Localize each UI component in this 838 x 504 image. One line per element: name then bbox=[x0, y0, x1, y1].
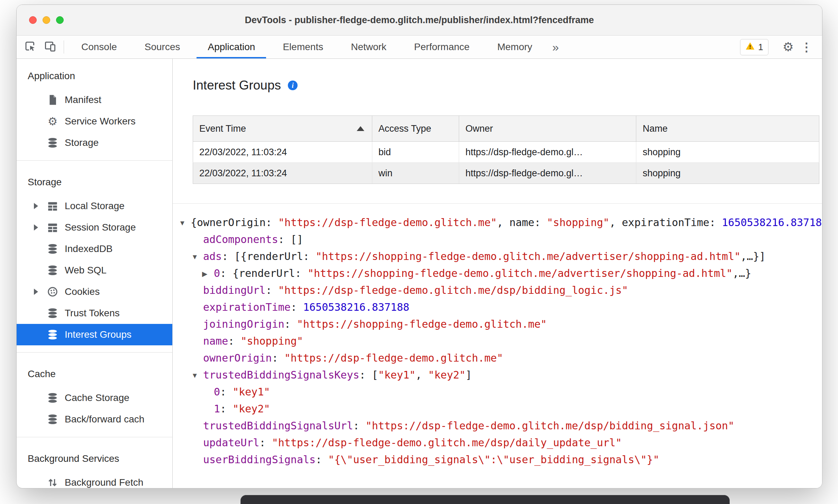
tree-line[interactable]: ▼{ownerOrigin: "https://dsp-fledge-demo.… bbox=[173, 214, 822, 231]
sidebar-section-header: Background Services bbox=[17, 444, 172, 472]
inspect-element-button[interactable] bbox=[20, 36, 40, 58]
close-button[interactable] bbox=[29, 16, 37, 24]
window-title: DevTools - publisher-fledge-demo.glitch.… bbox=[17, 15, 822, 26]
table-cell: https://dsp-fledge-demo.gl… bbox=[459, 142, 636, 163]
more-tabs-button[interactable]: » bbox=[546, 36, 565, 58]
sidebar-item-local-storage[interactable]: Local Storage bbox=[17, 195, 172, 217]
tree-token: ownerOrigin bbox=[203, 352, 272, 364]
database-icon bbox=[46, 137, 59, 149]
table-row[interactable]: 22/03/2022, 11:03:24winhttps://dsp-fledg… bbox=[193, 163, 819, 184]
device-toolbar-icon bbox=[44, 40, 56, 54]
collapse-triangle-icon[interactable]: ▼ bbox=[191, 249, 203, 265]
sidebar-item-web-sql[interactable]: Web SQL bbox=[17, 260, 172, 281]
tree-line[interactable]: adComponents: [] bbox=[173, 231, 822, 248]
tab-application[interactable]: Application bbox=[194, 36, 269, 58]
disclosure-triangle-icon[interactable] bbox=[34, 289, 44, 295]
tree-line[interactable]: updateUrl: "https://dsp-fledge-demo.glit… bbox=[173, 434, 822, 451]
tab-performance[interactable]: Performance bbox=[400, 36, 483, 58]
column-header-access-type[interactable]: Access Type bbox=[372, 116, 459, 142]
tree-line[interactable]: 0: "key1" bbox=[173, 383, 822, 400]
tree-line[interactable]: ▼trustedBiddingSignalsKeys: ["key1", "ke… bbox=[173, 366, 822, 383]
kebab-menu-icon[interactable]: ⋮ bbox=[801, 40, 812, 54]
sidebar-section-header: Cache bbox=[17, 360, 172, 387]
database-icon bbox=[46, 307, 59, 319]
tab-sources[interactable]: Sources bbox=[131, 36, 194, 58]
zoom-button[interactable] bbox=[56, 16, 64, 24]
tab-memory[interactable]: Memory bbox=[483, 36, 546, 58]
minimize-button[interactable] bbox=[43, 16, 50, 24]
tree-token: : [] bbox=[278, 233, 303, 245]
tree-token: : [ bbox=[359, 369, 378, 381]
issues-badge[interactable]: 1 bbox=[740, 39, 768, 55]
sidebar-item-session-storage[interactable]: Session Storage bbox=[17, 217, 172, 238]
sidebar-item-service-workers[interactable]: ⚙Service Workers bbox=[17, 111, 172, 132]
disclosure-triangle-icon[interactable] bbox=[34, 203, 44, 209]
tree-line[interactable]: ▼ads: [{renderUrl: "https://shopping-fle… bbox=[173, 248, 822, 265]
sidebar-item-label: IndexedDB bbox=[65, 243, 113, 254]
column-header-name[interactable]: Name bbox=[636, 116, 819, 142]
tree-token: "key1" bbox=[233, 386, 270, 398]
sidebar-item-interest-groups[interactable]: Interest Groups bbox=[17, 324, 172, 345]
tree-line[interactable]: 1: "key2" bbox=[173, 400, 822, 417]
tree-token: 1650538216.837188 bbox=[303, 301, 409, 313]
sidebar-section-header: Application bbox=[17, 62, 172, 89]
tab-elements[interactable]: Elements bbox=[269, 36, 337, 58]
sidebar-item-storage[interactable]: Storage bbox=[17, 132, 172, 153]
expand-triangle-icon[interactable]: ▶ bbox=[202, 265, 214, 282]
tree-token: "https://shopping-fledge-demo.glitch.me" bbox=[297, 318, 547, 330]
sidebar-section-cache: CacheCache StorageBack/forward cach bbox=[17, 352, 172, 430]
table-row[interactable]: 22/03/2022, 11:03:24bidhttps://dsp-fledg… bbox=[193, 142, 819, 163]
sidebar-item-label: Cache Storage bbox=[65, 392, 129, 403]
sidebar-item-back-forward-cach[interactable]: Back/forward cach bbox=[17, 409, 172, 430]
sidebar-item-label: Cookies bbox=[65, 286, 100, 297]
tree-line[interactable]: name: "shopping" bbox=[173, 333, 822, 349]
tab-console[interactable]: Console bbox=[67, 36, 131, 58]
sidebar-item-background-fetch[interactable]: Background Fetch bbox=[17, 472, 172, 488]
column-header-event-time[interactable]: Event Time bbox=[193, 116, 372, 142]
tree-token: "shopping" bbox=[547, 216, 610, 228]
sidebar-item-cookies[interactable]: Cookies bbox=[17, 281, 172, 302]
device-toolbar-button[interactable] bbox=[40, 36, 60, 58]
tree-line[interactable]: joiningOrigin: "https://shopping-fledge-… bbox=[173, 316, 822, 333]
tree-line[interactable]: userBiddingSignals: "{\"user_bidding_sig… bbox=[173, 451, 822, 468]
database-icon bbox=[46, 243, 59, 255]
column-header-owner[interactable]: Owner bbox=[459, 116, 636, 142]
sidebar-section-header: Storage bbox=[17, 168, 172, 195]
tree-token: : bbox=[259, 437, 272, 449]
sidebar-item-manifest[interactable]: Manifest bbox=[17, 89, 172, 111]
tab-network[interactable]: Network bbox=[337, 36, 400, 58]
database-icon bbox=[46, 264, 59, 277]
tree-token: joiningOrigin bbox=[203, 318, 284, 330]
info-icon[interactable]: i bbox=[288, 81, 298, 90]
sidebar-item-label: Local Storage bbox=[65, 200, 125, 212]
tree-line[interactable]: biddingUrl: "https://dsp-fledge-demo.gli… bbox=[173, 282, 822, 299]
tree-line[interactable]: ▶0: {renderUrl: "https://shopping-fledge… bbox=[173, 265, 822, 282]
sidebar-item-trust-tokens[interactable]: Trust Tokens bbox=[17, 302, 172, 324]
collapse-triangle-icon[interactable]: ▼ bbox=[179, 215, 191, 232]
tree-line[interactable]: ownerOrigin: "https://dsp-fledge-demo.gl… bbox=[173, 349, 822, 366]
database-icon bbox=[46, 328, 59, 341]
tree-token: "key1" bbox=[378, 369, 416, 381]
settings-gear-icon[interactable]: ⚙ bbox=[783, 40, 794, 54]
sidebar-section-storage: StorageLocal StorageSession StorageIndex… bbox=[17, 160, 172, 345]
database-icon bbox=[46, 413, 59, 426]
tree-token: : bbox=[228, 335, 240, 347]
sidebar-item-indexeddb[interactable]: IndexedDB bbox=[17, 238, 172, 260]
sidebar-item-label: Session Storage bbox=[65, 222, 136, 233]
macos-dock[interactable] bbox=[240, 495, 730, 504]
sidebar-item-label: Back/forward cach bbox=[65, 414, 144, 425]
tree-token: updateUrl bbox=[203, 437, 259, 449]
table-cell: shopping bbox=[636, 142, 819, 163]
tree-token: expirationTime bbox=[203, 301, 291, 313]
tree-token: "shopping" bbox=[240, 335, 303, 347]
sidebar-item-label: Trust Tokens bbox=[65, 308, 120, 319]
sidebar-section-application: ApplicationManifest⚙Service WorkersStora… bbox=[17, 62, 172, 153]
tree-line[interactable]: expirationTime: 1650538216.837188 bbox=[173, 299, 822, 316]
table-cell: 22/03/2022, 11:03:24 bbox=[193, 142, 372, 163]
disclosure-triangle-icon[interactable] bbox=[34, 224, 44, 231]
sidebar-item-cache-storage[interactable]: Cache Storage bbox=[17, 387, 172, 409]
collapse-triangle-icon[interactable]: ▼ bbox=[191, 367, 203, 384]
tree-token: ,…} bbox=[732, 267, 751, 279]
column-header-label: Owner bbox=[465, 123, 493, 134]
tree-line[interactable]: trustedBiddingSignalsUrl: "https://dsp-f… bbox=[173, 417, 822, 434]
